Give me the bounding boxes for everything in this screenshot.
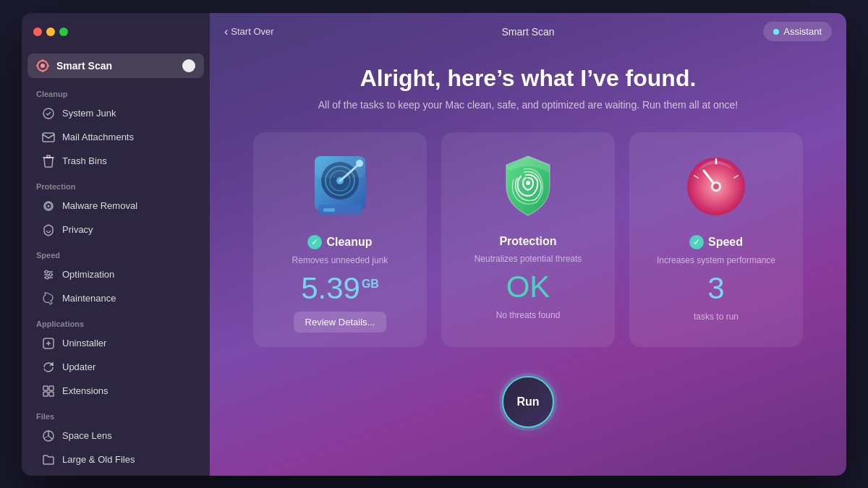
mail-icon: [42, 131, 55, 144]
cleanup-value-unit: GB: [362, 278, 379, 290]
svg-point-6: [45, 270, 48, 273]
sidebar-item-smart-scan[interactable]: Smart Scan: [27, 53, 204, 78]
svg-point-1: [41, 64, 45, 68]
extensions-icon: [42, 385, 55, 398]
protection-title-row: Protection: [499, 235, 556, 248]
sidebar-item-mail-attachments[interactable]: Mail Attachments: [27, 126, 204, 149]
cleanup-card-title: Cleanup: [326, 236, 372, 249]
trash-bins-label: Trash Bins: [62, 155, 107, 166]
updater-icon: [42, 361, 55, 374]
svg-rect-11: [49, 386, 54, 390]
system-junk-label: System Junk: [62, 108, 116, 119]
protection-shield-icon: [495, 150, 561, 223]
run-button-wrap: Run: [502, 376, 554, 428]
protection-icon-wrap: [492, 147, 564, 226]
cleanup-title-row: ✓ Cleanup: [307, 235, 372, 249]
sidebar-item-optimization[interactable]: Optimization: [27, 263, 204, 286]
sidebar-item-extensions[interactable]: Extensions: [27, 380, 204, 403]
privacy-label: Privacy: [62, 224, 93, 235]
sidebar-titlebar: [22, 13, 210, 51]
extensions-label: Extensions: [62, 385, 109, 396]
svg-rect-10: [43, 386, 48, 390]
protection-card: Protection Neutralizes potential threats…: [441, 132, 615, 347]
space-lens-label: Space Lens: [62, 430, 112, 441]
malware-removal-label: Malware Removal: [62, 200, 137, 211]
uninstaller-label: Uninstaller: [62, 338, 106, 348]
sidebar-item-updater[interactable]: Updater: [27, 356, 204, 379]
svg-point-28: [713, 184, 719, 189]
main-body: Alright, here’s what I’ve found. All of …: [210, 51, 846, 476]
cleanup-card-desc: Removes unneeded junk: [292, 255, 388, 265]
section-label-cleanup: Cleanup: [22, 81, 210, 101]
cleanup-icon-wrap: [304, 147, 376, 226]
sidebar-item-large-old-files[interactable]: Large & Old Files: [27, 448, 204, 471]
speed-card: ✓ Speed Increases system performance 3 t…: [629, 132, 803, 347]
sidebar-item-space-lens[interactable]: Space Lens: [27, 424, 204, 448]
sidebar: Smart Scan Cleanup System Junk: [22, 13, 210, 476]
sidebar-content: Smart Scan Cleanup System Junk: [22, 51, 210, 476]
sidebar-item-uninstaller[interactable]: Uninstaller: [27, 332, 204, 355]
page-title: Smart Scan: [501, 26, 554, 38]
space-lens-icon: [42, 429, 55, 442]
svg-rect-24: [315, 156, 365, 178]
svg-point-8: [46, 276, 48, 279]
assistant-label: Assistant: [783, 26, 822, 37]
protection-value: OK: [506, 270, 550, 304]
sidebar-item-maintenance[interactable]: Maintenance: [27, 287, 204, 310]
traffic-lights: [33, 27, 68, 36]
review-details-button[interactable]: Review Details...: [294, 312, 387, 333]
speed-check-icon: ✓: [689, 235, 704, 249]
protection-card-desc: Neutralizes potential threats: [475, 254, 582, 264]
minimize-button[interactable]: [46, 27, 55, 36]
speed-card-desc: Increases system performance: [657, 255, 775, 265]
speed-sub-value: tasks to run: [694, 312, 739, 322]
uninstaller-icon: [42, 337, 55, 350]
sidebar-item-shredder[interactable]: Shredder: [27, 472, 204, 476]
speed-gauge-icon: [684, 150, 749, 223]
speed-value: 3: [707, 271, 724, 306]
smart-scan-icon: [36, 59, 49, 72]
main-content: ‹ Start Over Smart Scan Assistant Alrigh…: [210, 13, 846, 476]
sidebar-item-privacy[interactable]: Privacy: [27, 218, 204, 241]
sidebar-item-system-junk[interactable]: System Junk: [27, 102, 204, 125]
svg-rect-3: [43, 133, 54, 142]
run-button[interactable]: Run: [502, 376, 554, 428]
cleanup-check-icon: ✓: [307, 235, 322, 249]
large-old-files-label: Large & Old Files: [62, 454, 135, 465]
back-chevron-icon: ‹: [224, 25, 228, 38]
privacy-icon: [42, 223, 55, 236]
assistant-button[interactable]: Assistant: [763, 22, 832, 41]
subheadline: All of the tasks to keep your Mac clean,…: [318, 99, 739, 111]
active-indicator: [182, 59, 195, 72]
sidebar-item-smart-scan-label: Smart Scan: [56, 60, 175, 72]
maintenance-icon: [42, 292, 55, 305]
sidebar-item-trash-bins[interactable]: Trash Bins: [27, 150, 204, 173]
mail-attachments-label: Mail Attachments: [62, 132, 134, 142]
close-button[interactable]: [33, 27, 42, 36]
assistant-dot-icon: [773, 29, 779, 35]
section-label-applications: Applications: [22, 311, 210, 331]
maximize-button[interactable]: [59, 27, 68, 36]
optimization-label: Optimization: [62, 269, 114, 280]
large-old-files-icon: [42, 453, 55, 466]
svg-rect-12: [43, 392, 48, 396]
system-junk-icon: [42, 107, 55, 120]
back-button[interactable]: ‹ Start Over: [224, 25, 274, 38]
section-label-speed: Speed: [22, 242, 210, 262]
sidebar-item-malware-removal[interactable]: Malware Removal: [27, 194, 204, 218]
section-label-files: Files: [22, 403, 210, 424]
protection-card-title: Protection: [499, 235, 556, 248]
svg-point-25: [526, 181, 530, 185]
speed-icon-wrap: [680, 147, 752, 226]
updater-label: Updater: [62, 361, 95, 372]
svg-point-7: [49, 273, 52, 276]
protection-sub-value: No threats found: [496, 310, 561, 320]
back-label: Start Over: [231, 26, 273, 37]
svg-rect-23: [323, 208, 335, 212]
trash-icon: [42, 155, 55, 168]
cleanup-value: 5.39GB: [301, 271, 379, 306]
svg-point-5: [48, 205, 50, 207]
svg-rect-13: [49, 392, 54, 396]
app-window: Smart Scan Cleanup System Junk: [22, 13, 846, 476]
maintenance-label: Maintenance: [62, 293, 116, 304]
